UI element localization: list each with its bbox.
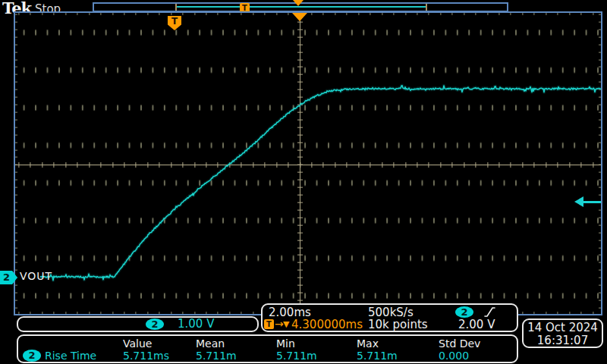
center-horizontal-line [15,165,601,165]
horizontal-settings-box[interactable]: 2.00ms 500kS/s 2 T → ▼ 4.300000ms 10k po… [261,303,518,332]
oscilloscope-screen: Tek Stop T T 2 VOUT 2 1.00 V 2.00ms [0,0,607,364]
measurement-stddev: 0.000 [439,350,469,362]
trigger-delay-value: 4.300000ms [291,318,363,331]
center-vertical-line [300,13,300,314]
measurement-name: Rise Time [45,350,96,362]
measurement-min: 5.711m [276,350,317,362]
rising-edge-icon [484,306,496,318]
graticule-top-ticks [15,13,601,15]
channel-label: VOUT [20,270,52,282]
column-header-mean: Mean [196,337,225,350]
column-header-max: Max [357,337,379,350]
measurement-channel-badge: 2 [23,350,41,362]
measurement-max: 5.711m [357,350,398,362]
measurement-table[interactable]: Value Mean Min Max Std Dev 2 Rise Time 5… [17,334,518,363]
trigger-level-icon[interactable] [574,196,602,208]
column-header-stddev: Std Dev [439,337,480,350]
record-window-bracket-left [175,4,177,11]
measurement-mean: 5.711m [196,350,237,362]
record-length: 10k points [368,318,428,331]
time-text: 16:31:07 [524,334,602,347]
record-window-bracket-right [426,4,427,11]
arrow-right-icon: → [275,318,284,330]
graticule [14,11,602,315]
datetime-box[interactable]: 14 Oct 2024 16:31:07 [522,318,603,348]
trigger-level-arrowhead [574,196,583,207]
trigger-level-arrowtail [583,201,601,203]
record-window-line [175,6,426,8]
date-text: 14 Oct 2024 [524,321,602,334]
triangle-down-icon: ▼ [283,319,289,329]
column-header-value: Value [123,337,152,350]
measurement-value: 5.711ms [123,350,169,362]
trigger-t-icon: T [264,319,274,329]
column-header-min: Min [276,337,295,350]
channel-scale-value: 1.00 V [178,317,214,331]
expansion-point-icon [293,0,304,6]
trigger-source-badge: 2 [455,306,473,318]
channel-badge: 2 [146,318,164,330]
channel-scale-box[interactable]: 2 1.00 V [17,316,259,332]
trigger-level-value: 2.00 V [458,318,495,331]
trigger-position-icon[interactable] [292,13,307,21]
